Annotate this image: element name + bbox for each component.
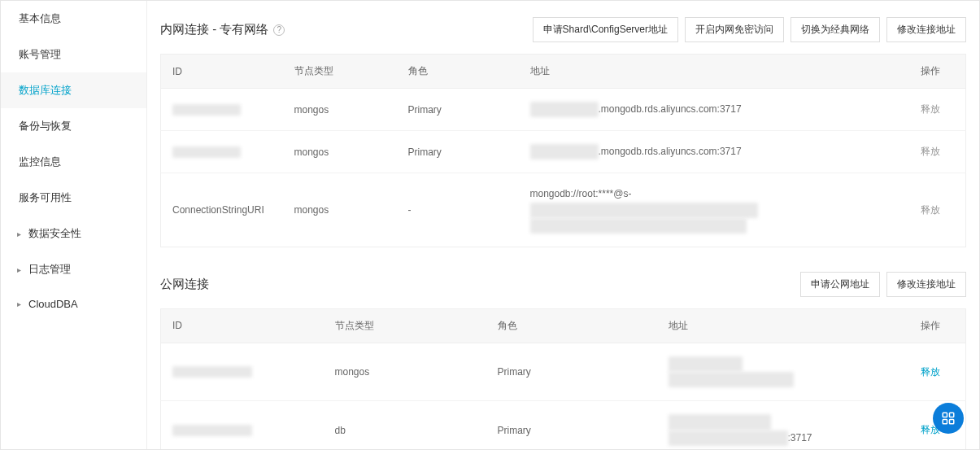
cell-id: ConnectionStringURI <box>161 173 283 247</box>
cell-op: 释放 <box>909 89 966 131</box>
sidebar-item-monitor[interactable]: 监控信息 <box>1 144 146 180</box>
cell-op: 释放 <box>909 343 966 400</box>
sidebar-item-availability[interactable]: 服务可用性 <box>1 180 146 216</box>
col-role: 角色 <box>397 55 519 89</box>
sidebar-item-label: 日志管理 <box>28 262 71 277</box>
blurred-text: ▮▮▮▮▮▮▮▮▮▮▮▮▮ <box>669 356 743 372</box>
private-buttons: 申请Shard\ConfigServer地址 开启内网免密访问 切换为经典网络 … <box>533 17 966 42</box>
blurred-text: ▮▮▮▮▮▮▮▮▮▮▮▮ <box>530 102 599 117</box>
main-content: 内网连接 - 专有网络 ? 申请Shard\ConfigServer地址 开启内… <box>147 1 979 449</box>
cell-op: 释放 <box>909 173 966 247</box>
blurred-text: ▮▮▮▮▮▮▮▮▮▮▮▮▮▮ <box>172 425 252 436</box>
sidebar: 基本信息 账号管理 数据库连接 备份与恢复 监控信息 服务可用性 ▸数据安全性 … <box>1 1 147 449</box>
modify-addr-button[interactable]: 修改连接地址 <box>886 272 966 297</box>
col-op: 操作 <box>909 55 966 89</box>
col-address: 地址 <box>657 308 909 343</box>
cell-role: Primary <box>397 89 519 131</box>
open-pwfree-button[interactable]: 开启内网免密访问 <box>685 17 784 42</box>
cell-role: Primary <box>486 343 657 400</box>
private-section-title: 内网连接 - 专有网络 ? <box>160 22 285 37</box>
svg-rect-3 <box>950 420 954 424</box>
cell-address: mongodb://root:****@s- ▮▮▮▮▮▮▮▮▮▮▮▮▮▮▮▮▮… <box>519 173 909 247</box>
col-id: ID <box>161 308 324 343</box>
sidebar-item-label: 数据安全性 <box>28 226 81 241</box>
table-row: ▮▮▮▮▮▮▮▮▮▮▮▮▮▮ db Primary ▮▮▮▮▮▮▮▮▮▮▮▮▮▮… <box>161 401 966 449</box>
release-link[interactable]: 释放 <box>921 204 940 216</box>
help-icon[interactable]: ? <box>273 24 285 36</box>
cell-op: 释放 <box>909 131 966 173</box>
cell-node-type: db <box>324 401 486 449</box>
sidebar-item-db-connection[interactable]: 数据库连接 <box>1 72 146 108</box>
blurred-text: ▮▮▮▮▮▮▮▮▮▮▮▮▮▮▮▮▮▮▮▮▮▮ <box>669 372 794 387</box>
col-node-type: 节点类型 <box>283 55 397 89</box>
section-title-text: 内网连接 - 专有网络 <box>160 22 268 37</box>
blurred-text: ▮▮▮▮▮▮▮▮▮▮▮▮ <box>172 104 241 116</box>
blurred-text: ▮▮▮▮▮▮▮▮▮▮▮▮▮▮▮▮▮▮▮▮▮▮▮▮▮▮▮▮▮▮▮▮▮▮▮▮▮▮▮▮ <box>530 203 758 218</box>
cell-node-type: mongos <box>283 173 397 247</box>
cell-role: Primary <box>397 131 519 173</box>
blurred-text: ▮▮▮▮▮▮▮▮▮▮▮▮▮▮ <box>172 366 252 378</box>
release-link[interactable]: 释放 <box>921 146 940 157</box>
sidebar-item-log[interactable]: ▸日志管理 <box>1 251 146 287</box>
grid-icon <box>941 411 956 426</box>
address-visible: mongodb://root:****@s- <box>530 188 632 199</box>
cell-id: ▮▮▮▮▮▮▮▮▮▮▮▮▮▮ <box>161 343 324 400</box>
address-tail: :3717 <box>788 432 812 443</box>
address-tail: .mongodb.rds.aliyuncs.com:3717 <box>599 146 742 157</box>
apply-shard-button[interactable]: 申请Shard\ConfigServer地址 <box>533 17 678 42</box>
table-row: ▮▮▮▮▮▮▮▮▮▮▮▮▮▮ mongos Primary ▮▮▮▮▮▮▮▮▮▮… <box>161 343 966 400</box>
public-table: ID 节点类型 角色 地址 操作 ▮▮▮▮▮▮▮▮▮▮▮▮▮▮ mongos P… <box>160 308 966 449</box>
table-row: ConnectionStringURI mongos - mongodb://r… <box>161 173 966 247</box>
sidebar-item-basic[interactable]: 基本信息 <box>1 1 146 37</box>
cell-node-type: mongos <box>283 89 397 131</box>
sidebar-item-clouddba[interactable]: ▸CloudDBA <box>1 287 146 321</box>
chevron-right-icon: ▸ <box>17 299 27 308</box>
cell-role: Primary <box>486 401 657 449</box>
sidebar-item-label: 账号管理 <box>19 47 61 62</box>
apply-public-button[interactable]: 申请公网地址 <box>800 272 880 297</box>
section-title-text: 公网连接 <box>160 277 209 292</box>
public-section-header: 公网连接 申请公网地址 修改连接地址 <box>160 272 966 297</box>
col-op: 操作 <box>909 308 966 343</box>
blurred-text: ▮▮▮▮▮▮▮▮▮▮▮▮ <box>172 146 241 158</box>
sidebar-item-backup[interactable]: 备份与恢复 <box>1 108 146 144</box>
blurred-text: ▮▮▮▮▮▮▮▮▮▮▮▮▮▮▮▮▮▮▮▮▮ <box>669 430 788 446</box>
col-id: ID <box>161 55 283 89</box>
private-section-header: 内网连接 - 专有网络 ? 申请Shard\ConfigServer地址 开启内… <box>160 17 966 42</box>
sidebar-item-account[interactable]: 账号管理 <box>1 37 146 72</box>
cell-address: ▮▮▮▮▮▮▮▮▮▮▮▮▮▮▮▮▮▮ ▮▮▮▮▮▮▮▮▮▮▮▮▮▮▮▮▮▮▮▮▮… <box>657 401 909 449</box>
release-link[interactable]: 释放 <box>921 366 940 378</box>
public-buttons: 申请公网地址 修改连接地址 <box>800 272 966 297</box>
cell-role: - <box>397 173 519 247</box>
private-table: ID 节点类型 角色 地址 操作 ▮▮▮▮▮▮▮▮▮▮▮▮ mongos Pri… <box>160 54 966 247</box>
svg-rect-0 <box>943 413 947 417</box>
cell-address: ▮▮▮▮▮▮▮▮▮▮▮▮.mongodb.rds.aliyuncs.com:37… <box>519 89 909 131</box>
svg-rect-1 <box>950 413 954 417</box>
sidebar-item-label: CloudDBA <box>28 298 78 310</box>
cell-id: ▮▮▮▮▮▮▮▮▮▮▮▮▮▮ <box>161 401 324 449</box>
cell-node-type: mongos <box>324 343 486 400</box>
switch-classic-button[interactable]: 切换为经典网络 <box>791 17 880 42</box>
public-section-title: 公网连接 <box>160 277 209 292</box>
address-tail: .mongodb.rds.aliyuncs.com:3717 <box>599 103 742 115</box>
cell-address: ▮▮▮▮▮▮▮▮▮▮▮▮▮ ▮▮▮▮▮▮▮▮▮▮▮▮▮▮▮▮▮▮▮▮▮▮ <box>657 343 909 400</box>
blurred-text: ▮▮▮▮▮▮▮▮▮▮▮▮▮▮▮▮▮▮▮▮▮▮▮▮▮▮▮▮▮▮▮▮▮▮▮▮▮▮ <box>530 218 747 234</box>
svg-rect-2 <box>943 420 947 424</box>
sidebar-item-label: 数据库连接 <box>19 83 72 98</box>
sidebar-item-label: 备份与恢复 <box>19 119 72 133</box>
cell-id: ▮▮▮▮▮▮▮▮▮▮▮▮ <box>161 131 283 173</box>
sidebar-item-label: 服务可用性 <box>19 190 72 205</box>
table-row: ▮▮▮▮▮▮▮▮▮▮▮▮ mongos Primary ▮▮▮▮▮▮▮▮▮▮▮▮… <box>161 131 966 173</box>
col-node-type: 节点类型 <box>324 308 486 343</box>
sidebar-item-security[interactable]: ▸数据安全性 <box>1 216 146 251</box>
apps-fab-button[interactable] <box>933 403 964 434</box>
chevron-right-icon: ▸ <box>17 265 27 274</box>
modify-addr-button[interactable]: 修改连接地址 <box>886 17 966 42</box>
release-link[interactable]: 释放 <box>921 103 940 115</box>
blurred-text: ▮▮▮▮▮▮▮▮▮▮▮▮▮▮▮▮▮▮ <box>669 414 771 430</box>
col-role: 角色 <box>486 308 657 343</box>
sidebar-item-label: 基本信息 <box>19 11 61 26</box>
table-row: ▮▮▮▮▮▮▮▮▮▮▮▮ mongos Primary ▮▮▮▮▮▮▮▮▮▮▮▮… <box>161 89 966 131</box>
cell-id: ▮▮▮▮▮▮▮▮▮▮▮▮ <box>161 89 283 131</box>
chevron-right-icon: ▸ <box>17 229 27 238</box>
